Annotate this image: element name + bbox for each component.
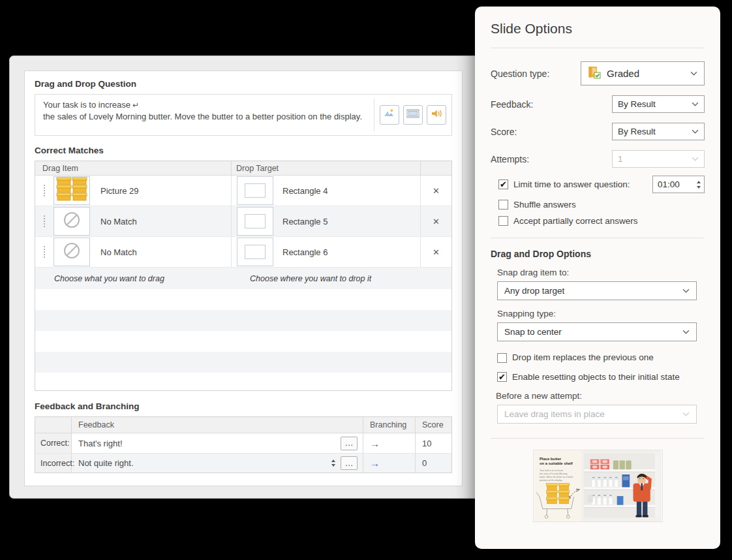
insert-video-button[interactable] [403,105,423,125]
insert-audio-button[interactable] [427,105,446,125]
slide-thumbnail-illustration: Place butter on a suitable shelf Your ta… [533,450,663,522]
drop-target-cell[interactable]: Rectangle 5 [231,206,420,236]
spin-down-icon[interactable] [697,186,701,189]
empty-row [35,310,451,331]
empty-row [35,352,451,373]
drag-handle-icon[interactable] [35,246,53,258]
limit-time-checkbox[interactable]: ✔ [498,179,508,189]
slide-options-title: Slide Options [491,21,705,37]
limit-time-label: Limit time to answer question: [513,179,630,189]
match-row: No Match Rectangle 6 ✕ [35,237,451,268]
new-match-hint-row: Choose what you want to drag Choose wher… [35,268,451,289]
delete-match-cell: ✕ [420,206,451,236]
choose-drag-hint[interactable]: Choose what you want to drag [35,274,231,283]
replace-previous-label: Drop item replaces the previous one [512,352,654,362]
before-new-attempt-label: Before a new attempt: [496,391,705,401]
dialog-panel: Drag and Drop Question Your task is to i… [24,70,463,486]
insert-image-button[interactable] [380,105,399,125]
matches-header-row: Drag Item Drop Target [35,161,451,176]
drop-target-cell[interactable]: Rectangle 4 [231,176,420,206]
shuffle-answers-label: Shuffle answers [513,200,576,210]
accept-partial-checkbox[interactable] [498,216,508,226]
drag-item-label: Picture 29 [100,186,139,196]
branching-arrow-icon[interactable]: → [370,438,380,449]
chevron-down-icon [682,412,690,416]
question-line-2: the sales of Lovely Morning butter. Move… [43,112,362,121]
delete-match-cell: ✕ [420,237,451,267]
question-type-label: Question type: [491,69,581,79]
media-buttons [374,95,451,135]
score-value-incorrect[interactable]: 0 [422,458,427,468]
feedback-text-correct[interactable]: That's right! [78,439,335,448]
edit-feedback-button[interactable]: … [341,456,358,470]
score-value: By Result [618,127,656,136]
slide-options-panel: Slide Options Question type: Graded Feed… [475,7,720,549]
drag-handle-icon[interactable] [35,185,53,196]
question-type-value: Graded [607,68,639,79]
column-header-branching: Branching [363,417,415,433]
time-spinner[interactable] [697,181,701,189]
question-type-dropdown[interactable]: Graded [581,61,705,86]
drop-target-label: Rectangle 5 [282,217,328,226]
dialog-title: Drag and Drop Question [35,79,452,89]
chevron-down-icon [682,288,690,293]
drop-target-thumbnail [237,238,273,266]
time-limit-input[interactable] [658,179,686,189]
column-header-delete [420,161,451,175]
chevron-down-icon [692,129,699,134]
divider [491,438,705,439]
delete-match-button[interactable]: ✕ [433,247,440,257]
feedback-heading: Feedback and Branching [35,401,452,411]
match-row: Picture 29 Rectangle 4 ✕ [35,176,451,206]
blue-carton [617,496,623,505]
before-new-attempt-dropdown: Leave drag items in place [497,405,697,424]
drop-target-label: Rectangle 6 [282,247,328,257]
empty-row [35,331,451,352]
before-new-attempt-value: Leave drag items in place [504,409,605,419]
delete-match-cell: ✕ [420,176,451,206]
snap-drag-item-value: Any drop target [504,286,564,296]
shuffle-answers-checkbox[interactable] [498,200,508,210]
rectangle-shape-icon [245,183,266,198]
feedback-value: By Result [618,99,656,109]
spin-down-icon[interactable] [331,464,335,467]
drop-target-cell[interactable]: Rectangle 6 [231,237,420,267]
spin-up-icon[interactable] [331,459,335,462]
enable-reset-checkbox[interactable]: ✔ [497,372,507,382]
drag-item-cell[interactable]: Picture 29 [35,176,231,206]
snapping-type-dropdown[interactable]: Snap to center [497,322,697,341]
drop-target-thumbnail [237,207,273,236]
video-icon [406,107,419,123]
feedback-spinner[interactable] [328,459,335,467]
snapping-type-label: Snapping type: [497,309,705,319]
no-match-icon [62,210,82,232]
replace-previous-checkbox[interactable] [497,353,507,363]
snap-drag-item-dropdown[interactable]: Any drop target [497,281,697,300]
feedback-dropdown[interactable]: By Result [612,95,705,113]
question-text[interactable]: Your task is to increase↵ the sales of L… [35,95,374,135]
edit-feedback-button[interactable]: … [341,437,358,450]
choose-drop-hint[interactable]: Choose where you want to drop it [231,274,371,283]
branching-arrow-icon[interactable]: → [370,458,380,469]
drag-item-cell[interactable]: No Match [35,237,231,267]
drag-item-cell[interactable]: No Match [35,206,231,236]
drop-target-label: Rectangle 4 [282,186,328,196]
drag-handle-icon[interactable] [35,215,53,227]
column-header-feedback: Feedback [72,420,363,429]
blue-box [622,474,630,487]
delete-match-button[interactable]: ✕ [433,186,440,196]
spin-up-icon[interactable] [697,181,701,183]
divider [491,48,705,48]
feedback-text-incorrect[interactable]: Not quite right. [78,458,328,468]
delete-match-button[interactable]: ✕ [433,217,440,226]
butter-picture-icon [55,177,88,204]
score-dropdown[interactable]: By Result [612,123,705,140]
feedback-row-label: Correct: [35,433,72,453]
feedback-header-row: Feedback Branching Score [35,417,451,433]
chevron-down-icon [690,71,697,76]
score-value-correct[interactable]: 10 [422,439,431,448]
rectangle-shape-icon [245,214,266,228]
feedback-row-incorrect: Incorrect: Not quite right. … → 0 [35,453,451,473]
attempts-dropdown: 1 [612,150,705,168]
score-label: Score: [491,127,612,137]
